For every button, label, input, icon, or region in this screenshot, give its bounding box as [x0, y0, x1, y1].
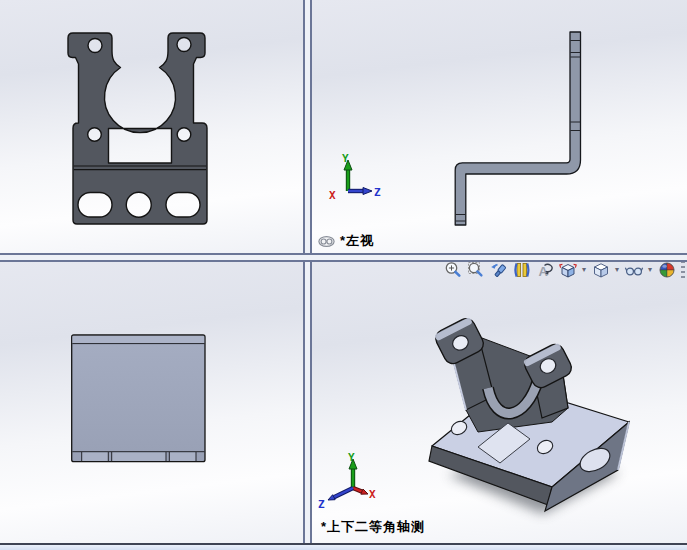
toolbar-overflow-dots	[681, 262, 685, 279]
triad-x-label: X	[369, 488, 376, 501]
section-view-icon[interactable]	[511, 262, 532, 281]
previous-view-icon[interactable]	[488, 262, 509, 281]
view-orientation-label: *上下二等角轴测	[321, 518, 425, 536]
zoom-to-fit-icon[interactable]	[442, 262, 463, 281]
triad-y-label: Y	[342, 152, 349, 165]
chain-link-icon	[318, 236, 335, 247]
viewport-splitter-vertical[interactable]	[303, 0, 312, 543]
triad-x-label: X	[329, 189, 336, 202]
triad-y-label: Y	[348, 451, 355, 464]
sheet-edge-lines	[456, 41, 581, 222]
viewport-isometric-view[interactable]: A ▾	[312, 262, 687, 543]
hide-show-items-dropdown[interactable]: ▾	[646, 262, 654, 280]
rotate-view-icon[interactable]: A	[534, 262, 555, 281]
view-name-text: *上下二等角轴测	[321, 518, 425, 536]
viewport-top-view[interactable]	[0, 262, 303, 543]
triad-z-label: Z	[374, 186, 381, 199]
view-orientation-label: *左视	[318, 232, 374, 250]
viewport-splitter-horizontal[interactable]	[0, 253, 687, 262]
view-orientation-dropdown[interactable]: ▾	[580, 262, 588, 280]
zoom-to-area-icon[interactable]	[465, 262, 486, 281]
view-orientation-icon[interactable]	[557, 262, 578, 281]
viewport-left-view[interactable]: Y Z X *左视	[312, 0, 687, 253]
display-style-dropdown[interactable]: ▾	[613, 262, 621, 280]
left-view-part-drawing	[312, 0, 687, 253]
view-name-text: *左视	[340, 232, 374, 250]
front-view-part-drawing	[0, 0, 303, 253]
triad-z-label: Z	[318, 498, 325, 511]
viewport-front-view[interactable]	[0, 0, 303, 253]
top-view-part-drawing	[0, 262, 303, 543]
orientation-triad: Y Z X	[322, 148, 394, 204]
orientation-triad: Y X Z	[314, 450, 394, 518]
display-style-icon[interactable]	[590, 262, 611, 281]
solidworks-four-view-workspace: Y Z X *左视	[0, 0, 687, 550]
hide-show-items-icon[interactable]	[623, 262, 644, 281]
status-bar-edge	[0, 543, 687, 550]
heads-up-view-toolbar: A ▾	[442, 262, 685, 283]
edit-appearance-icon[interactable]	[656, 262, 677, 281]
